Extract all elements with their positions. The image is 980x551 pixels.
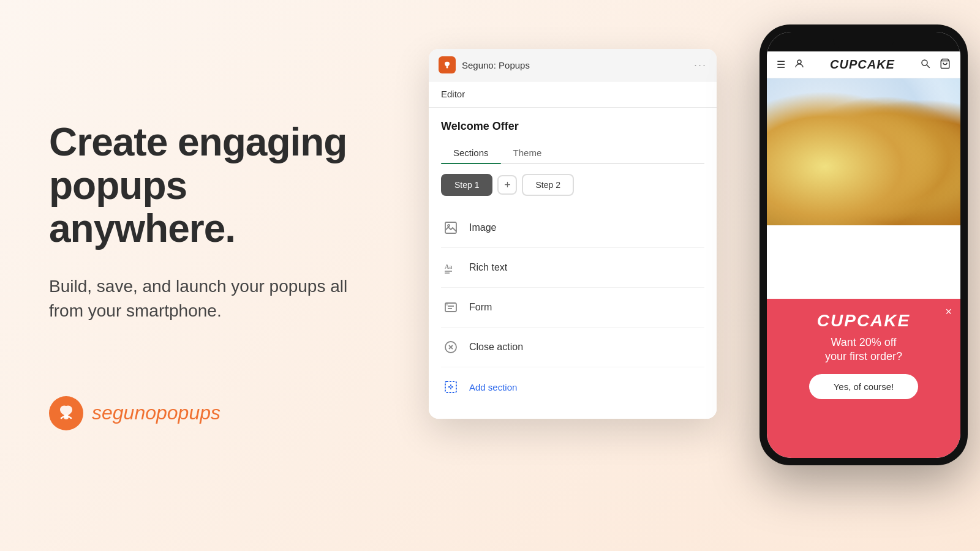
search-icon[interactable]	[920, 58, 931, 72]
phone-mockup: ☰ CUPCAKE	[760, 24, 968, 465]
browser-more-icon[interactable]: ···	[694, 59, 707, 72]
step2-button[interactable]: Step 2	[522, 174, 573, 196]
logo-text: segunopopups	[92, 402, 221, 424]
step1-button[interactable]: Step 1	[441, 174, 492, 196]
section-item-add[interactable]: Add section	[441, 367, 704, 407]
popup-offer-text: Want 20% off your first order?	[825, 335, 902, 364]
section-item-form[interactable]: Form	[441, 288, 704, 328]
image-label: Image	[469, 222, 496, 233]
svg-rect-11	[445, 303, 448, 305]
svg-point-4	[448, 225, 450, 227]
cupcake-illustration	[767, 78, 960, 225]
browser-mockup: Seguno: Popups ··· Editor Welcome Offer …	[429, 49, 717, 419]
hamburger-icon[interactable]: ☰	[777, 59, 785, 70]
logo-area: segunopopups	[49, 396, 355, 430]
svg-rect-15	[445, 381, 456, 392]
svg-point-19	[922, 60, 927, 66]
phone-notch	[833, 35, 894, 48]
cart-icon[interactable]	[940, 58, 951, 72]
popup-close-button[interactable]: ×	[945, 306, 952, 317]
phone-notch-area	[767, 32, 960, 51]
section-item-close-action[interactable]: Close action	[441, 328, 704, 367]
rich-text-label: Rich text	[469, 262, 507, 273]
section-item-rich-text[interactable]: Aa Rich text	[441, 248, 704, 288]
close-action-label: Close action	[469, 342, 523, 353]
browser-header: Seguno: Popups ···	[429, 49, 717, 81]
section-item-image[interactable]: Image	[441, 208, 704, 248]
subheadline: Build, save, and launch your popups all …	[49, 274, 355, 322]
svg-point-2	[447, 67, 448, 69]
image-icon	[441, 218, 461, 238]
close-action-icon	[441, 337, 461, 357]
phone-store-brand: CUPCAKE	[830, 58, 895, 72]
popup-brand: CUPCAKE	[817, 311, 910, 331]
phone-content-area: × CUPCAKE Want 20% off your first order?…	[767, 78, 960, 458]
form-label: Form	[469, 302, 492, 313]
add-step-button[interactable]: +	[497, 175, 517, 195]
popup-cta-button[interactable]: Yes, of course!	[809, 374, 919, 399]
tab-sections[interactable]: Sections	[441, 143, 501, 163]
browser-title: Seguno: Popups	[462, 60, 530, 70]
add-section-label[interactable]: Add section	[469, 382, 517, 392]
account-icon[interactable]	[794, 58, 805, 72]
browser-content: Welcome Offer Sections Theme Step 1 + St…	[429, 108, 717, 419]
phone-nav: ☰ CUPCAKE	[767, 51, 960, 78]
step-buttons: Step 1 + Step 2	[441, 174, 704, 196]
editor-tab[interactable]: Editor	[441, 89, 465, 99]
tab-theme[interactable]: Theme	[501, 143, 554, 163]
headline: Create engaging popups anywhere.	[49, 121, 355, 250]
phone-nav-left: ☰	[777, 58, 805, 72]
form-icon	[441, 298, 461, 317]
svg-point-18	[797, 60, 801, 64]
section-tabs: Sections Theme	[441, 143, 704, 164]
cupcake-image	[767, 78, 960, 225]
browser-title-row: Seguno: Popups	[439, 56, 530, 73]
popup-overlay: × CUPCAKE Want 20% off your first order?…	[767, 299, 960, 458]
right-panel: Seguno: Popups ··· Editor Welcome Offer …	[404, 0, 980, 551]
welcome-offer-title: Welcome Offer	[441, 120, 704, 133]
phone-screen: ☰ CUPCAKE	[767, 32, 960, 458]
svg-line-20	[927, 65, 930, 68]
left-panel: Create engaging popups anywhere. Build, …	[0, 84, 404, 467]
add-section-icon	[441, 377, 461, 397]
browser-tab-bar: Editor	[429, 81, 717, 108]
svg-rect-3	[445, 222, 456, 233]
rich-text-icon: Aa	[441, 258, 461, 277]
svg-text:Aa: Aa	[445, 263, 452, 270]
seguno-app-icon	[439, 56, 456, 73]
seguno-logo-icon	[49, 396, 83, 430]
phone-nav-right	[920, 58, 951, 72]
